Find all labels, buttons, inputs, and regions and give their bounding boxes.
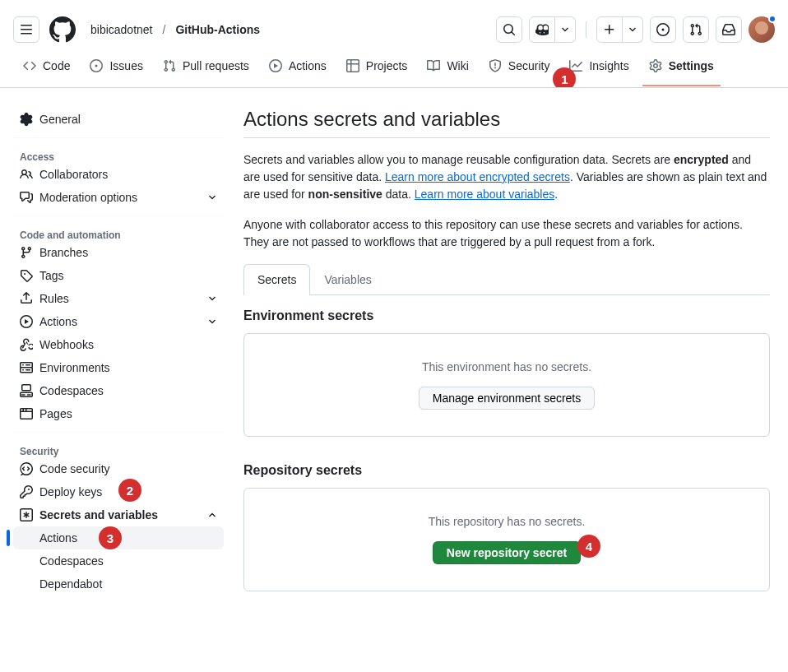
nav-wiki-label: Wiki	[447, 59, 468, 72]
git-pull-request-icon	[689, 23, 702, 36]
nav-issues[interactable]: Issues	[83, 53, 149, 87]
comment-discussion-icon	[20, 191, 33, 204]
breadcrumb-owner[interactable]: bibicadotnet	[86, 20, 158, 39]
nav-wiki[interactable]: Wiki	[420, 53, 475, 87]
tab-secrets[interactable]: Secrets	[243, 264, 310, 294]
sidebar-actions[interactable]: Actions	[13, 310, 224, 333]
sidebar-secrets-vars-label: Secrets and variables	[39, 508, 158, 521]
notification-indicator-dot	[768, 15, 776, 23]
chevron-up-icon	[207, 510, 217, 520]
sidebar-webhooks[interactable]: Webhooks	[13, 333, 224, 356]
new-repository-secret-button[interactable]: New repository secret	[433, 541, 581, 564]
server-icon	[20, 361, 33, 374]
annotation-4: 4	[577, 535, 600, 558]
nav-settings[interactable]: Settings	[642, 53, 721, 87]
learn-variables-link[interactable]: Learn more about variables	[415, 188, 554, 201]
book-icon	[427, 59, 440, 72]
gear-icon	[649, 59, 662, 72]
sidebar-branches[interactable]: Branches	[13, 241, 224, 264]
sidebar-general[interactable]: General	[13, 108, 224, 131]
sidebar-rules[interactable]: Rules	[13, 287, 224, 310]
sidebar-sub-dependabot[interactable]: Dependabot	[13, 572, 224, 596]
repo-push-icon	[20, 292, 33, 305]
learn-encrypted-secrets-link[interactable]: Learn more about encrypted secrets	[385, 170, 570, 183]
page-description-2: Anyone with collaborator access to this …	[243, 216, 770, 251]
sidebar-section-access: Access	[13, 145, 224, 163]
sidebar-environments[interactable]: Environments	[13, 356, 224, 379]
nav-code[interactable]: Code	[16, 53, 76, 87]
sidebar-code-security[interactable]: Code security	[13, 457, 224, 480]
repository-secrets-heading: Repository secrets	[243, 463, 770, 478]
copilot-button[interactable]	[529, 16, 555, 43]
sidebar-sub-codespaces[interactable]: Codespaces	[13, 549, 224, 572]
chevron-down-icon	[207, 294, 217, 304]
sidebar-sub-codespaces-label: Codespaces	[39, 554, 104, 568]
create-dropdown[interactable]	[623, 16, 643, 43]
page-title: Actions secrets and variables	[243, 108, 770, 131]
code-icon	[23, 59, 36, 72]
pull-requests-global-button[interactable]	[683, 16, 709, 43]
repository-empty-message: This repository has no secrets.	[271, 515, 743, 528]
manage-environment-secrets-button[interactable]: Manage environment secrets	[419, 387, 596, 410]
issues-global-button[interactable]	[650, 16, 676, 43]
sidebar-codespaces[interactable]: Codespaces	[13, 379, 224, 402]
search-icon	[503, 23, 516, 36]
sidebar-moderation-label: Moderation options	[39, 191, 137, 204]
chevron-down-icon	[628, 25, 637, 35]
sidebar-webhooks-label: Webhooks	[39, 338, 94, 351]
environment-secrets-box: This environment has no secrets. Manage …	[243, 333, 770, 437]
codespaces-icon	[20, 384, 33, 397]
nav-pull-label: Pull requests	[183, 59, 249, 72]
tab-variables[interactable]: Variables	[310, 264, 385, 294]
nav-actions[interactable]: Actions	[262, 53, 333, 87]
sidebar-pages[interactable]: Pages	[13, 402, 224, 425]
sidebar-section-code: Code and automation	[13, 223, 224, 241]
sidebar-tags[interactable]: Tags	[13, 264, 224, 287]
sidebar-sub-actions[interactable]: Actions 3	[13, 526, 224, 549]
title-divider	[243, 137, 770, 138]
notifications-button[interactable]	[716, 16, 742, 43]
git-branch-icon	[20, 246, 33, 259]
hamburger-icon	[20, 23, 33, 36]
nav-security[interactable]: Security 1	[482, 53, 557, 87]
webhook-icon	[20, 338, 33, 351]
create-button[interactable]	[596, 16, 623, 43]
chevron-down-icon	[560, 25, 570, 35]
issue-icon	[656, 23, 670, 36]
repository-secrets-box: This repository has no secrets. New repo…	[243, 488, 770, 591]
sidebar-deploy-keys[interactable]: Deploy keys 2	[13, 480, 224, 503]
annotation-1: 1	[553, 67, 576, 88]
page-description-1: Secrets and variables allow you to manag…	[243, 151, 770, 203]
sidebar-general-label: General	[39, 113, 81, 126]
sidebar-deploy-keys-label: Deploy keys	[39, 485, 102, 498]
sidebar-collaborators[interactable]: Collaborators	[13, 163, 224, 186]
chevron-down-icon	[207, 317, 217, 327]
nav-projects[interactable]: Projects	[340, 53, 415, 87]
sidebar-secrets-variables[interactable]: Secrets and variables	[13, 503, 224, 526]
key-asterisk-icon	[20, 508, 33, 521]
issue-icon	[90, 59, 103, 72]
copilot-icon	[535, 23, 549, 36]
user-avatar[interactable]	[749, 16, 775, 43]
secrets-variables-tabs: Secrets Variables	[243, 264, 770, 295]
environment-empty-message: This environment has no secrets.	[271, 360, 743, 373]
nav-pull-requests[interactable]: Pull requests	[156, 53, 256, 87]
sidebar-moderation[interactable]: Moderation options	[13, 186, 224, 209]
play-icon	[20, 315, 33, 328]
nav-settings-label: Settings	[669, 59, 714, 72]
sidebar-tags-label: Tags	[39, 269, 64, 282]
sidebar-code-security-label: Code security	[39, 462, 110, 475]
annotation-3: 3	[99, 526, 122, 549]
nav-security-label: Security	[508, 59, 550, 72]
github-logo-link[interactable]	[46, 13, 79, 46]
gear-icon	[20, 113, 33, 126]
copilot-dropdown[interactable]	[555, 16, 576, 43]
settings-sidebar: General Access Collaborators Moderation …	[13, 108, 224, 618]
search-button[interactable]	[496, 16, 522, 43]
breadcrumb-repo[interactable]: GitHub-Actions	[170, 20, 265, 39]
menu-button[interactable]	[13, 16, 39, 43]
nav-actions-label: Actions	[289, 59, 327, 72]
breadcrumb: bibicadotnet / GitHub-Actions	[86, 20, 265, 39]
toolbar-divider	[586, 21, 586, 38]
sidebar-sub-actions-label: Actions	[39, 531, 77, 545]
